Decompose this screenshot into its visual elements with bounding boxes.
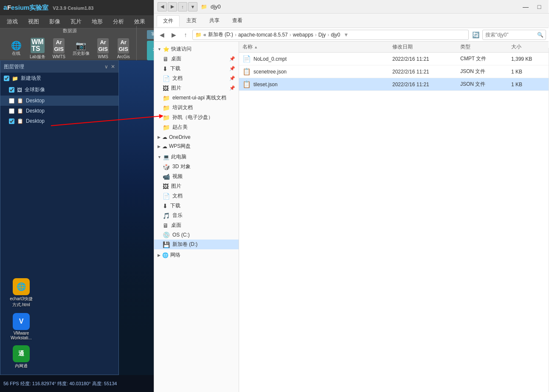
exp-addr-forward[interactable]: ▶ bbox=[169, 30, 179, 40]
nav-sunkaisg[interactable]: 📁 孙凯（电子沙盘） bbox=[154, 113, 239, 122]
exp-refresh[interactable]: 🔄 bbox=[470, 30, 481, 40]
layer-checkbox-desktop2[interactable] bbox=[9, 108, 14, 114]
layer-item-scene[interactable]: 📁 新建场景 bbox=[0, 73, 118, 84]
exp-minimize[interactable]: — bbox=[520, 2, 532, 11]
network-icon: 🌐 bbox=[162, 252, 169, 258]
nav-drive-d[interactable]: 💾 新加卷 (D:) bbox=[154, 240, 239, 249]
exp-addr-up[interactable]: ↑ bbox=[180, 30, 191, 40]
wmts-icon: ArGIS bbox=[53, 38, 64, 53]
nav-3d[interactable]: 🎲 3D 对象 bbox=[154, 162, 239, 172]
col-type[interactable]: 类型 bbox=[460, 43, 511, 51]
file-list-header: 名称 ▲ 修改日期 类型 大小 bbox=[239, 42, 549, 53]
nav-pics2[interactable]: 🖼 图片 bbox=[154, 181, 239, 191]
layer-checkbox-desktop3[interactable] bbox=[9, 118, 14, 124]
exp-search-wrapper: 🔍 bbox=[482, 30, 546, 40]
exp-maximize[interactable]: □ bbox=[533, 2, 545, 11]
exp-breadcrumb[interactable]: 📁 « 新加卷 (D:) › apache-tomcat-8.5.57 › we… bbox=[192, 30, 469, 40]
nav-pc-header[interactable]: ▼ 💻 此电脑 bbox=[154, 152, 239, 162]
toolbar-arcgis[interactable]: ArGIS ArcGis bbox=[114, 37, 133, 60]
layer-item-desktop2[interactable]: 📋 Desktop bbox=[0, 106, 118, 116]
file-name-1: 📋 scenetree.json bbox=[242, 68, 392, 76]
exp-addr-back[interactable]: ◀ bbox=[157, 30, 167, 40]
layer-item-desktop1[interactable]: 📋 Desktop bbox=[0, 96, 118, 106]
tab-file[interactable]: 文件 bbox=[157, 15, 180, 27]
layer-panel-collapse[interactable]: ∨ bbox=[104, 64, 108, 70]
desktop1-icon: 🖥 bbox=[163, 56, 169, 62]
exp-title-nav-btns: ◀ ▶ ↑ ▼ bbox=[158, 2, 197, 11]
exp-content: ▼ ⭐ 快速访问 🖥 桌面 📌 ⬇ 下载 📌 📄 文档 📌 bbox=[154, 42, 549, 392]
pics2-icon: 🖼 bbox=[163, 183, 169, 190]
toolbar-wms[interactable]: ArGIS WMS bbox=[94, 37, 113, 60]
exp-title-dropdown[interactable]: ▼ bbox=[188, 2, 197, 11]
file-name-2: 📋 tileset.json bbox=[242, 80, 392, 88]
nav-download1[interactable]: ⬇ 下载 📌 bbox=[154, 64, 239, 73]
nav-onedrive[interactable]: ▶ ☁ OneDrive bbox=[154, 133, 239, 141]
col-modified[interactable]: 修改日期 bbox=[392, 43, 460, 51]
file-icon-2: 📋 bbox=[17, 108, 23, 114]
docs2-icon: 📄 bbox=[163, 193, 170, 200]
datasource-section: 数据源 🌐 在线 WMTS Lab服务 ArGIS WMTS 📷 历史影像 bbox=[3, 26, 137, 63]
tab-home[interactable]: 主页 bbox=[180, 15, 203, 26]
nav-video[interactable]: 📹 视频 bbox=[154, 172, 239, 181]
exp-titlebar: ◀ ▶ ↑ ▼ 📁 djy0 — □ bbox=[154, 0, 549, 14]
file-icon-1: 📋 bbox=[17, 98, 23, 104]
layer-checkbox-global[interactable] bbox=[9, 87, 14, 93]
desktop-icon-nwt[interactable]: 通 内网通 bbox=[2, 344, 41, 371]
exp-title-up[interactable]: ↑ bbox=[178, 2, 187, 11]
layer-panel-controls: ∨ ✕ bbox=[104, 64, 115, 70]
toolbar-history[interactable]: 📷 历史影像 bbox=[70, 40, 92, 58]
nav-docs1[interactable]: 📄 文档 📌 bbox=[154, 73, 239, 83]
layer-panel-close[interactable]: ✕ bbox=[111, 64, 115, 70]
tab-share[interactable]: 共享 bbox=[203, 15, 225, 26]
quick-arrow: ▼ bbox=[158, 47, 161, 51]
layer-checkbox-scene[interactable] bbox=[4, 76, 9, 81]
history-icon: 📷 bbox=[76, 41, 86, 50]
toolbar-wmts[interactable]: ArGIS WMTS bbox=[50, 37, 68, 60]
app-title: aFesium实验室 V2.3.9 Cesium1.83 bbox=[3, 4, 93, 12]
nav-docs2[interactable]: 📄 文档 bbox=[154, 191, 239, 201]
layer-checkbox-desktop1[interactable] bbox=[9, 98, 14, 104]
tab-view[interactable]: 查看 bbox=[226, 15, 248, 26]
docs1-icon: 📄 bbox=[163, 75, 170, 82]
toolbar-lab[interactable]: WMTS Lab服务 bbox=[27, 37, 48, 61]
file-icon-row0: 📄 bbox=[242, 55, 251, 63]
layer-item-global[interactable]: 🖼 全球影像 bbox=[0, 84, 118, 96]
status-text: 56 FPS 经度: 116.82974° 纬度: 40.03180° 高度: … bbox=[3, 381, 117, 387]
pin-icon-2: 📌 bbox=[229, 66, 235, 71]
file-icon-row2: 📋 bbox=[242, 80, 251, 88]
nav-quick-header[interactable]: ▼ ⭐ 快速访问 bbox=[154, 44, 239, 54]
desktop-icon-echart[interactable]: 🌐 echart3快捷方式.html bbox=[2, 276, 41, 310]
nav-elementui[interactable]: 📁 element-ui-api 离线文档 bbox=[154, 93, 239, 103]
exp-title-text: djy0 bbox=[211, 3, 516, 10]
nav-desktop2[interactable]: 🖥 桌面 bbox=[154, 220, 239, 230]
nav-download2[interactable]: ⬇ 下载 bbox=[154, 201, 239, 211]
file-row-2[interactable]: 📋 tileset.json 2022/2/16 11:21 JSON 文件 1… bbox=[239, 78, 549, 91]
file-row-1[interactable]: 📋 scenetree.json 2022/2/16 11:21 JSON 文件… bbox=[239, 65, 549, 78]
nav-section-pc: ▼ 💻 此电脑 🎲 3D 对象 📹 视频 🖼 图片 📄 bbox=[154, 151, 239, 250]
nav-training[interactable]: 📁 培训文档 bbox=[154, 103, 239, 113]
music-icon: 🎵 bbox=[163, 212, 170, 219]
file-icon-3: 📋 bbox=[17, 118, 23, 124]
file-row-0[interactable]: 📄 NoLod_0.cmpt 2022/2/16 11:21 CMPT 文件 1… bbox=[239, 53, 549, 65]
nav-music[interactable]: 🎵 音乐 bbox=[154, 211, 239, 220]
col-size[interactable]: 大小 bbox=[511, 43, 545, 51]
nav-pics1[interactable]: 🖼 图片 📌 bbox=[154, 83, 239, 93]
nav-desktop1[interactable]: 🖥 桌面 📌 bbox=[154, 54, 239, 64]
exp-ribbon: 文件 主页 共享 查看 bbox=[154, 14, 549, 28]
nav-zhaozhan[interactable]: 📁 赵占美 bbox=[154, 122, 239, 132]
exp-title-back[interactable]: ◀ bbox=[158, 2, 167, 11]
toolbar-online[interactable]: 🌐 在线 bbox=[7, 40, 25, 58]
nav-network[interactable]: ▶ 🌐 网络 bbox=[154, 250, 239, 260]
layer-panel-title: 图层管理 bbox=[4, 63, 24, 71]
wps-arrow: ▶ bbox=[158, 144, 160, 149]
nav-wpscloud[interactable]: ▶ ☁ WPS网盘 bbox=[154, 141, 239, 151]
arcgis-icon: ArGIS bbox=[118, 38, 129, 53]
desktop-icon-vmware[interactable]: V VMwareWorkstati... bbox=[2, 311, 41, 342]
download2-icon: ⬇ bbox=[163, 203, 168, 209]
datasource-label: 数据源 bbox=[63, 28, 77, 34]
exp-title-forward[interactable]: ▶ bbox=[168, 2, 177, 11]
desktop-icons: 🌐 echart3快捷方式.html V VMwareWorkstati... … bbox=[0, 275, 42, 372]
col-name[interactable]: 名称 ▲ bbox=[242, 43, 392, 51]
nav-drive-c[interactable]: 💿 OS (C:) bbox=[154, 230, 239, 240]
exp-search-input[interactable] bbox=[482, 30, 546, 40]
